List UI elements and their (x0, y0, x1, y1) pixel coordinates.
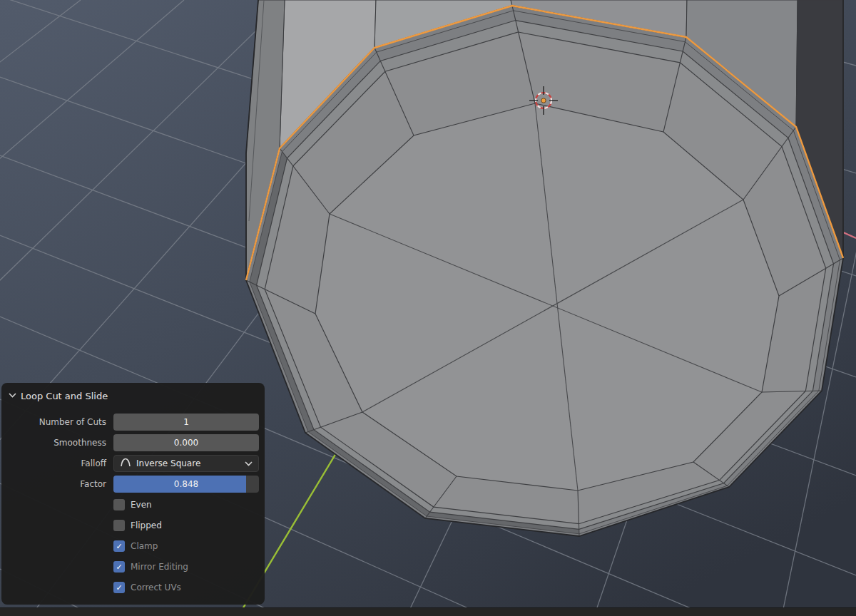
field-label: Factor (3, 479, 106, 489)
chevron-down-icon (245, 458, 253, 468)
factor-slider[interactable]: 0.848 (113, 476, 259, 493)
panel-title: Loop Cut and Slide (21, 391, 108, 401)
falloff-curve-icon (120, 457, 131, 470)
number-of-cuts-input[interactable]: 1 (113, 414, 259, 431)
factor-value: 0.848 (174, 479, 198, 489)
flipped-checkbox[interactable]: ✓ (113, 520, 125, 531)
checkbox-label: Correct UVs (131, 582, 181, 592)
clamp-checkbox[interactable]: ✓ (113, 540, 125, 552)
checkbox-row-correct-uvs: ✓ Correct UVs (113, 582, 265, 593)
blender-window: Loop Cut and Slide Number of Cuts 1 Smoo… (0, 0, 856, 616)
field-label: Number of Cuts (3, 417, 106, 427)
checkbox-label: Flipped (131, 520, 162, 530)
checkbox-row-clamp: ✓ Clamp (113, 540, 265, 552)
checkbox-label: Mirror Editing (131, 562, 188, 572)
even-checkbox[interactable]: ✓ (113, 499, 125, 510)
correct-uvs-checkbox[interactable]: ✓ (113, 582, 125, 593)
field-label: Falloff (3, 458, 106, 468)
mirror-editing-checkbox[interactable]: ✓ (113, 561, 125, 573)
status-bar (0, 607, 856, 616)
operator-panel-loop-cut-and-slide: Loop Cut and Slide Number of Cuts 1 Smoo… (1, 383, 265, 605)
field-row-number-of-cuts: Number of Cuts 1 (3, 414, 259, 431)
checkbox-row-mirror-editing: ✓ Mirror Editing (113, 561, 265, 573)
checkbox-label: Clamp (131, 541, 158, 551)
checkbox-row-flipped: ✓ Flipped (113, 520, 265, 531)
falloff-value: Inverse Square (136, 458, 240, 468)
smoothness-input[interactable]: 0.000 (113, 434, 259, 451)
checkbox-label: Even (131, 500, 152, 510)
checkbox-row-even: ✓ Even (113, 499, 265, 510)
falloff-dropdown[interactable]: Inverse Square (113, 455, 259, 472)
field-row-falloff: Falloff Inverse Square (3, 455, 259, 472)
object-origin-dot (541, 98, 546, 103)
panel-collapse-chevron-icon[interactable] (9, 391, 16, 401)
field-label: Smoothness (3, 438, 106, 448)
field-row-factor: Factor 0.848 (3, 476, 259, 493)
field-row-smoothness: Smoothness 0.000 (3, 434, 259, 451)
